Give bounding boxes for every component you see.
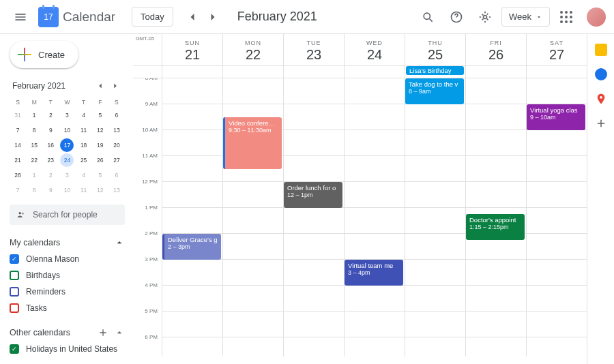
mini-day[interactable]: 12	[93, 123, 107, 137]
day-header[interactable]: TUE23	[283, 34, 344, 65]
calendar-item[interactable]: Holidays in United States	[10, 341, 125, 357]
mini-day[interactable]: 26	[93, 153, 107, 167]
create-button[interactable]: Create	[10, 41, 78, 68]
allday-cell[interactable]	[222, 66, 283, 78]
mini-day[interactable]: 1	[27, 168, 41, 182]
mini-day[interactable]: 22	[27, 153, 41, 167]
calendar-checkbox[interactable]	[10, 344, 19, 354]
mini-day[interactable]: 4	[77, 168, 91, 182]
mini-day[interactable]: 8	[27, 183, 41, 197]
mini-day[interactable]: 28	[11, 168, 25, 182]
allday-cell[interactable]	[283, 66, 344, 78]
mini-day[interactable]: 8	[27, 123, 41, 137]
mini-day[interactable]: 12	[93, 183, 107, 197]
view-selector[interactable]: Week	[501, 7, 550, 27]
mini-day[interactable]: 20	[110, 138, 123, 152]
mini-day[interactable]: 3	[60, 168, 74, 182]
day-header[interactable]: MON22	[222, 34, 283, 65]
keep-icon[interactable]	[595, 44, 607, 56]
mini-day[interactable]: 24	[60, 153, 74, 167]
mini-day[interactable]: 23	[44, 153, 57, 167]
allday-event[interactable]: Lisa's Birthday	[406, 66, 464, 75]
account-avatar[interactable]	[587, 7, 606, 27]
day-header[interactable]: WED24	[344, 34, 405, 65]
mini-day[interactable]: 16	[44, 138, 57, 152]
mini-day[interactable]: 11	[77, 183, 91, 197]
add-calendar-icon[interactable]	[98, 327, 108, 338]
mini-day[interactable]: 5	[93, 168, 107, 182]
mini-day[interactable]: 2	[44, 168, 57, 182]
prev-week-button[interactable]	[183, 7, 202, 27]
day-header[interactable]: SUN21	[162, 34, 222, 65]
day-column[interactable]: Doctor's appoint1:15 – 2:15pm	[465, 78, 526, 357]
mini-day[interactable]: 18	[77, 138, 91, 152]
search-people[interactable]: Search for people	[10, 204, 125, 225]
mini-day[interactable]: 9	[44, 123, 57, 137]
mini-day[interactable]: 6	[110, 168, 123, 182]
allday-cell[interactable]	[465, 66, 526, 78]
calendar-item[interactable]: Birthdays	[10, 267, 125, 284]
day-column[interactable]: Virtual team me3 – 4pm	[344, 78, 405, 357]
calendar-event[interactable]: Virtual team me3 – 4pm	[345, 260, 403, 286]
day-column[interactable]: Deliver Grace's g2 – 3pm	[162, 78, 222, 357]
mini-day[interactable]: 21	[11, 153, 25, 167]
mini-day[interactable]: 10	[60, 183, 74, 197]
calendar-checkbox[interactable]	[10, 287, 19, 297]
calendar-item[interactable]: Olenna Mason	[10, 251, 125, 267]
search-icon[interactable]	[415, 5, 440, 29]
calendar-checkbox[interactable]	[10, 303, 19, 313]
calendar-event[interactable]: Doctor's appoint1:15 – 2:15pm	[466, 214, 525, 240]
mini-day[interactable]: 31	[11, 108, 25, 122]
help-icon[interactable]	[444, 5, 469, 29]
add-addon-icon[interactable]	[595, 117, 607, 130]
other-calendars-toggle[interactable]: Other calendars	[10, 324, 125, 341]
mini-day[interactable]: 15	[27, 138, 41, 152]
calendar-event[interactable]: Take dog to the v8 – 9am	[405, 78, 464, 104]
allday-cell[interactable]	[526, 66, 587, 78]
mini-day[interactable]: 2	[44, 108, 57, 122]
mini-day[interactable]: 7	[11, 183, 25, 197]
mini-day[interactable]: 4	[77, 108, 91, 122]
calendar-event[interactable]: Deliver Grace's g2 – 3pm	[162, 234, 221, 260]
mini-day[interactable]: 1	[27, 108, 41, 122]
apps-icon[interactable]	[554, 5, 579, 29]
settings-icon[interactable]	[473, 5, 497, 29]
menu-icon[interactable]	[8, 5, 33, 29]
allday-cell[interactable]	[344, 66, 405, 78]
mini-day[interactable]: 3	[60, 108, 74, 122]
calendar-checkbox[interactable]	[10, 271, 19, 280]
mini-day[interactable]: 5	[93, 108, 107, 122]
day-column[interactable]: Video conference9:30 – 11:30am	[222, 78, 283, 357]
mini-day[interactable]: 17	[60, 138, 74, 152]
tasks-icon[interactable]	[595, 68, 607, 80]
mini-day[interactable]: 11	[77, 123, 91, 137]
mini-day[interactable]: 7	[11, 123, 25, 137]
maps-icon[interactable]	[595, 93, 607, 105]
mini-day[interactable]: 19	[93, 138, 107, 152]
today-button[interactable]: Today	[132, 7, 173, 27]
day-column[interactable]: Take dog to the v8 – 9am	[405, 78, 465, 357]
calendar-item[interactable]: Tasks	[10, 300, 125, 316]
my-calendars-toggle[interactable]: My calendars	[10, 234, 125, 251]
mini-next-button[interactable]	[108, 79, 122, 93]
mini-prev-button[interactable]	[93, 79, 107, 93]
mini-day[interactable]: 14	[11, 138, 25, 152]
allday-cell[interactable]	[162, 66, 222, 78]
calendar-event[interactable]: Video conference9:30 – 11:30am	[223, 117, 282, 169]
mini-day[interactable]: 9	[44, 183, 57, 197]
mini-day[interactable]: 27	[110, 153, 123, 167]
day-header[interactable]: FRI26	[465, 34, 526, 65]
day-column[interactable]: Virtual yoga clas9 – 10am	[526, 78, 587, 357]
calendar-event[interactable]: Virtual yoga clas9 – 10am	[527, 104, 585, 130]
calendar-item[interactable]: Reminders	[10, 284, 125, 300]
mini-day[interactable]: 10	[60, 123, 74, 137]
day-header[interactable]: THU25	[405, 34, 465, 65]
day-header[interactable]: SAT27	[526, 34, 587, 65]
day-column[interactable]: Order lunch for o12 – 1pm	[283, 78, 344, 357]
calendar-checkbox[interactable]	[10, 254, 19, 264]
mini-day[interactable]: 25	[77, 153, 91, 167]
allday-cell[interactable]: Lisa's Birthday	[405, 66, 465, 78]
mini-day[interactable]: 13	[110, 183, 123, 197]
next-week-button[interactable]	[203, 7, 222, 27]
calendar-event[interactable]: Order lunch for o12 – 1pm	[284, 182, 342, 208]
